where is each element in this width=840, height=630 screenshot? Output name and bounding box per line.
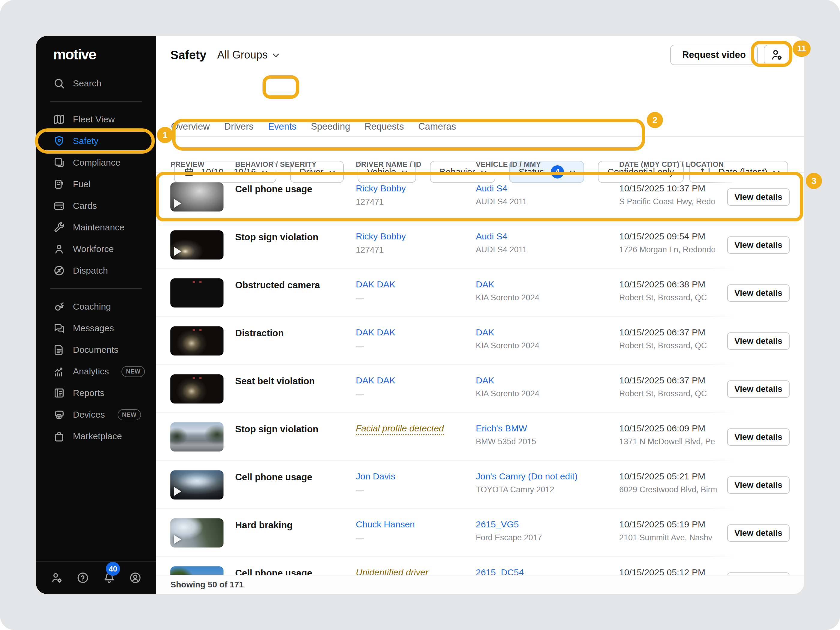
tab-drivers[interactable]: Drivers (224, 119, 254, 134)
event-thumbnail[interactable] (171, 422, 224, 452)
driver-unidentified-link[interactable]: Unidentified driver (356, 567, 428, 575)
event-thumbnail[interactable] (171, 327, 224, 355)
sidebar-item-coaching[interactable]: Coaching (36, 296, 156, 317)
vehicle-link[interactable]: 2615_DC54 (476, 567, 524, 575)
map-icon (53, 114, 65, 125)
tab-requests[interactable]: Requests (364, 119, 404, 134)
event-thumbnail[interactable] (171, 374, 224, 404)
tab-cameras[interactable]: Cameras (418, 119, 456, 134)
sidebar-item-documents[interactable]: Documents (36, 339, 156, 361)
safety-settings-button[interactable] (764, 45, 789, 65)
actions-column: View details View details View details V… (708, 173, 804, 575)
sidebar-item-messages[interactable]: Messages (36, 317, 156, 339)
sidebar-item-compliance[interactable]: Compliance (36, 152, 156, 174)
table-row[interactable]: Stop sign violation Ricky Bobby127471 Au… (156, 221, 804, 269)
vehicle-link[interactable]: Jon's Camry (Do not edit) (476, 471, 578, 482)
event-date: 10/15/2025 06:09 PM (619, 423, 705, 434)
table-row[interactable]: Stop sign violation Facial profile detec… (156, 413, 804, 461)
behavior-label: Obstructed camera (235, 279, 320, 291)
driver-link[interactable]: Ricky Bobby (356, 231, 406, 242)
sidebar-item-workforce[interactable]: Workforce (36, 238, 156, 260)
driver-link[interactable]: DAK DAK (356, 327, 395, 338)
group-selector[interactable]: All Groups (217, 49, 278, 61)
sidebar-item-label: Messages (73, 323, 114, 333)
sidebar-item-fuel[interactable]: Fuel (36, 174, 156, 195)
event-thumbnail[interactable] (171, 231, 224, 259)
sidebar-item-safety[interactable]: Safety (36, 130, 156, 152)
vehicle-mmy: KIA Sorento 2024 (476, 341, 539, 351)
event-thumbnail[interactable] (171, 182, 224, 212)
help-icon[interactable] (76, 571, 90, 585)
event-date: 10/15/2025 05:21 PM (619, 471, 705, 482)
table-row[interactable]: Cell phone usage Ricky Bobby127471 Audi … (156, 173, 804, 221)
sidebar-item-devices[interactable]: Devices NEW (36, 404, 156, 425)
event-table: Cell phone usage Ricky Bobby127471 Audi … (156, 173, 804, 575)
view-details-button[interactable]: View details (727, 332, 789, 350)
view-details-button[interactable]: View details (727, 381, 789, 398)
vehicle-link[interactable]: Audi S4 (476, 231, 507, 242)
sidebar: motive Search Fleet View Safety Complian… (36, 36, 156, 594)
driver-link[interactable]: DAK DAK (356, 279, 395, 289)
driver-id: — (356, 389, 364, 398)
event-location: Robert St, Brossard, QC (619, 341, 707, 351)
account-icon[interactable] (128, 571, 142, 585)
sidebar-item-marketplace[interactable]: Marketplace (36, 425, 156, 447)
table-row[interactable]: Cell phone usage Jon Davis— Jon's Camry … (156, 461, 804, 509)
user-settings-icon[interactable] (50, 571, 63, 585)
vehicle-link[interactable]: DAK (476, 279, 494, 289)
sidebar-item-dispatch[interactable]: Dispatch (36, 260, 156, 281)
event-location: 2101 Summitt Ave, Nashv (619, 533, 712, 542)
sidebar-item-label: Marketplace (73, 431, 122, 441)
chevron-down-icon (273, 51, 279, 57)
driver-link[interactable]: Chuck Hansen (356, 519, 415, 529)
vehicle-link[interactable]: Erich's BMW (476, 423, 527, 434)
document-icon (53, 344, 65, 356)
sidebar-item-reports[interactable]: Reports (36, 382, 156, 404)
sidebar-item-maintenance[interactable]: Maintenance (36, 216, 156, 238)
sidebar-item-analytics[interactable]: Analytics NEW (36, 361, 156, 382)
event-location: S Pacific Coast Hwy, Redo (619, 197, 715, 207)
view-details-button[interactable]: View details (727, 237, 789, 254)
sidebar-item-fleet-view[interactable]: Fleet View (36, 109, 156, 130)
view-details-button[interactable]: View details (727, 284, 789, 302)
vehicle-link[interactable]: DAK (476, 375, 494, 385)
driver-link[interactable]: Jon Davis (356, 471, 395, 482)
tab-speeding[interactable]: Speeding (310, 119, 351, 134)
page-title: Safety (171, 48, 207, 62)
play-icon (174, 247, 181, 256)
column-header-behavior: BEHAVIOR / SEVERITY (235, 160, 356, 169)
results-summary: Showing 50 of 171 (171, 580, 243, 589)
event-date: 10/15/2025 05:19 PM (619, 519, 705, 529)
driver-link[interactable]: DAK DAK (356, 375, 395, 385)
table-row[interactable]: Obstructed camera DAK DAK— DAKKIA Sorent… (156, 269, 804, 317)
event-location: 1726 Morgan Ln, Redondo (619, 245, 715, 254)
column-header-preview: PREVIEW (171, 160, 235, 169)
request-video-button[interactable]: Request video (670, 45, 758, 65)
view-details-button[interactable]: View details (727, 188, 789, 206)
vehicle-link[interactable]: Audi S4 (476, 183, 507, 194)
shield-icon (53, 135, 65, 147)
event-date: 10/15/2025 06:37 PM (619, 375, 705, 385)
table-row[interactable]: Distraction DAK DAK— DAKKIA Sorento 2024… (156, 317, 804, 365)
event-thumbnail[interactable] (171, 518, 224, 548)
vehicle-link[interactable]: 2615_VG5 (476, 519, 519, 529)
table-row[interactable]: Hard braking Chuck Hansen— 2615_VG5Ford … (156, 509, 804, 557)
view-details-button[interactable]: View details (727, 428, 789, 446)
tab-events[interactable]: Events (267, 119, 297, 134)
event-thumbnail[interactable] (171, 567, 224, 575)
vehicle-link[interactable]: DAK (476, 327, 494, 338)
bell-icon[interactable]: 40 (102, 571, 116, 585)
event-thumbnail[interactable] (171, 278, 224, 308)
view-details-button[interactable]: View details (727, 524, 789, 542)
tab-overview[interactable]: Overview (171, 119, 210, 134)
tab-bar: Overview Drivers Events Speeding Request… (171, 117, 804, 136)
driver-link[interactable]: Ricky Bobby (356, 183, 406, 194)
sidebar-item-cards[interactable]: Cards (36, 195, 156, 216)
view-details-button[interactable]: View details (727, 477, 789, 494)
table-row[interactable]: Cell phone usage Unidentified driver 261… (156, 557, 804, 575)
event-thumbnail[interactable] (171, 471, 224, 499)
sidebar-item-search[interactable]: Search (36, 73, 156, 94)
driver-facial-profile-link[interactable]: Facial profile detected (356, 423, 444, 435)
panels-icon (53, 156, 65, 169)
table-row[interactable]: Seat belt violation DAK DAK— DAKKIA Sore… (156, 365, 804, 413)
